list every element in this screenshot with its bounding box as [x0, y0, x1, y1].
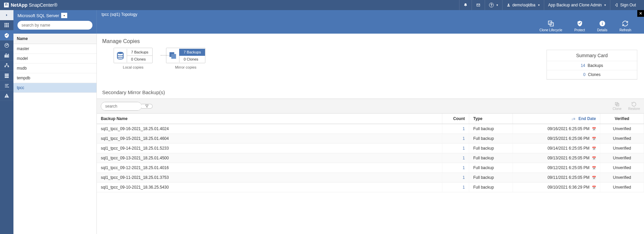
mirror-clones-stat: 0 Clones: [179, 56, 205, 63]
svg-rect-22: [602, 23, 603, 25]
top-header: NetApp SnapCenter® ? demo\sqldba App Bac…: [0, 0, 644, 10]
manage-copies-title: Manage Copies: [97, 34, 644, 48]
table-row[interactable]: sql1_tpcc_09-14-2021_18.25.01.52331Full …: [97, 144, 644, 153]
table-row[interactable]: sql1_tpcc_09-15-2021_18.25.01.46041Full …: [97, 134, 644, 144]
clone-action-label: Clone: [613, 107, 621, 111]
nav-resources[interactable]: [0, 30, 13, 40]
nav-reports[interactable]: [0, 50, 13, 61]
cell-name: sql1_tpcc_09-13-2021_18.25.01.4500: [97, 153, 442, 163]
svg-rect-10: [6, 63, 7, 64]
nav-rail: [0, 10, 13, 234]
col-type[interactable]: Type: [469, 114, 513, 124]
refresh-button[interactable]: Refresh: [613, 19, 637, 33]
table-row[interactable]: sql1_tpcc_09-13-2021_18.25.01.45001Full …: [97, 153, 644, 163]
sidebar-item-tempdb[interactable]: tempdb: [13, 73, 96, 83]
calendar-icon: 📅: [592, 127, 596, 131]
cell-type: Full backup: [469, 134, 513, 144]
summary-backups-label: Backups: [588, 63, 603, 68]
role-label: App Backup and Clone Admin: [548, 3, 602, 7]
summary-clones-label: Clones: [588, 72, 600, 77]
clone-lifecycle-button[interactable]: Clone Lifecycle: [533, 19, 568, 33]
cell-name: sql1_tpcc_09-16-2021_18.25.01.4024: [97, 124, 442, 134]
cell-verified: Unverified: [600, 153, 644, 163]
svg-rect-13: [5, 74, 9, 75]
sub-header: Microsoft SQL Server ▾ ✕ tpcc (sql1) Top…: [0, 10, 644, 34]
cell-end: 09/12/2021 6:25:05 PM 📅: [513, 163, 600, 173]
summary-clones[interactable]: 0 Clones: [547, 70, 637, 79]
mail-button[interactable]: [472, 0, 485, 10]
resource-search[interactable]: [17, 21, 92, 30]
resource-search-input[interactable]: [22, 23, 88, 28]
sidebar-item-msdb[interactable]: msdb: [13, 64, 96, 73]
calendar-icon: 📅: [592, 176, 596, 180]
clone-icon: [614, 102, 620, 107]
cell-verified: Unverified: [600, 124, 644, 134]
sidebar-item-tpcc[interactable]: tpcc: [13, 83, 96, 93]
table-row[interactable]: sql1_tpcc_09-12-2021_18.25.01.40161Full …: [97, 163, 644, 173]
nav-alerts[interactable]: [0, 91, 13, 101]
user-icon: [507, 3, 511, 7]
backup-search-input[interactable]: [101, 102, 142, 110]
plugin-label: Microsoft SQL Server: [17, 13, 59, 18]
col-verified[interactable]: Verified: [600, 114, 644, 124]
nav-expand-toggle[interactable]: [0, 10, 13, 20]
filter-button[interactable]: [142, 104, 153, 109]
svg-rect-12: [8, 66, 9, 67]
table-row[interactable]: sql1_tpcc_09-10-2021_18.36.25.54301Full …: [97, 183, 644, 192]
nav-settings[interactable]: [0, 81, 13, 91]
shield-icon: [576, 20, 583, 27]
cell-type: Full backup: [469, 124, 513, 134]
svg-point-17: [7, 85, 8, 86]
sidebar-item-model[interactable]: model: [13, 54, 96, 64]
cell-count[interactable]: 1: [442, 183, 469, 192]
backup-search: [101, 102, 142, 111]
restore-action[interactable]: Restore: [628, 102, 640, 111]
cell-end: 09/11/2021 6:25:05 PM 📅: [513, 173, 600, 183]
summary-backups[interactable]: 14 Backups: [547, 61, 637, 70]
close-button[interactable]: ✕: [637, 10, 644, 17]
cell-count[interactable]: 1: [442, 144, 469, 153]
cell-count[interactable]: 1: [442, 173, 469, 183]
cell-count[interactable]: 1: [442, 124, 469, 134]
signout-button[interactable]: Sign Out: [610, 0, 640, 10]
mirror-copies-card[interactable]: 7 Backups 0 Clones Mirror copies: [166, 48, 205, 69]
local-copies-card[interactable]: 7 Backups 0 Clones Local copies: [114, 48, 153, 69]
cell-count[interactable]: 1: [442, 163, 469, 173]
summary-card: Summary Card 14 Backups 0 Clones: [547, 50, 637, 80]
cell-count[interactable]: 1: [442, 153, 469, 163]
svg-rect-4: [6, 25, 7, 26]
user-menu[interactable]: demo\sqldba: [502, 0, 544, 10]
svg-rect-15: [5, 77, 9, 78]
col-count[interactable]: Count: [442, 114, 469, 124]
sidebar-header[interactable]: Name: [13, 34, 96, 44]
svg-rect-3: [4, 25, 5, 26]
clone-action[interactable]: Clone: [613, 102, 621, 111]
notifications-button[interactable]: [459, 0, 472, 10]
svg-point-24: [117, 52, 123, 54]
summary-title: Summary Card: [547, 50, 637, 61]
details-button[interactable]: Details: [591, 19, 613, 33]
cell-name: sql1_tpcc_09-12-2021_18.25.01.4016: [97, 163, 442, 173]
sidebar-item-master[interactable]: master: [13, 44, 96, 54]
main-content: Manage Copies 7 Backups 0 Clones Local c…: [97, 34, 644, 234]
protect-button[interactable]: Protect: [568, 19, 591, 33]
cell-verified: Unverified: [600, 144, 644, 153]
sidebar: Name mastermodelmsdbtempdbtpcc: [13, 34, 97, 234]
plugin-dropdown[interactable]: ▾: [61, 13, 67, 18]
brand: NetApp SnapCenter®: [4, 2, 57, 8]
table-row[interactable]: sql1_tpcc_09-11-2021_18.25.01.37531Full …: [97, 173, 644, 183]
help-menu[interactable]: ?: [485, 0, 502, 10]
col-backup-name[interactable]: Backup Name: [97, 114, 442, 124]
role-menu[interactable]: App Backup and Clone Admin: [544, 0, 610, 10]
col-end-date[interactable]: ↓≡ End Date: [513, 114, 600, 124]
cell-name: sql1_tpcc_09-15-2021_18.25.01.4604: [97, 134, 442, 144]
table-row[interactable]: sql1_tpcc_09-16-2021_18.25.01.40241Full …: [97, 124, 644, 134]
svg-rect-5: [8, 25, 9, 26]
nav-hosts[interactable]: [0, 61, 13, 71]
nav-dashboard[interactable]: [0, 20, 13, 30]
nav-storage[interactable]: [0, 71, 13, 81]
cell-count[interactable]: 1: [442, 134, 469, 144]
nav-monitor[interactable]: [0, 40, 13, 50]
calendar-icon: 📅: [592, 186, 596, 189]
cell-end: 09/10/2021 6:36:29 PM 📅: [513, 183, 600, 192]
